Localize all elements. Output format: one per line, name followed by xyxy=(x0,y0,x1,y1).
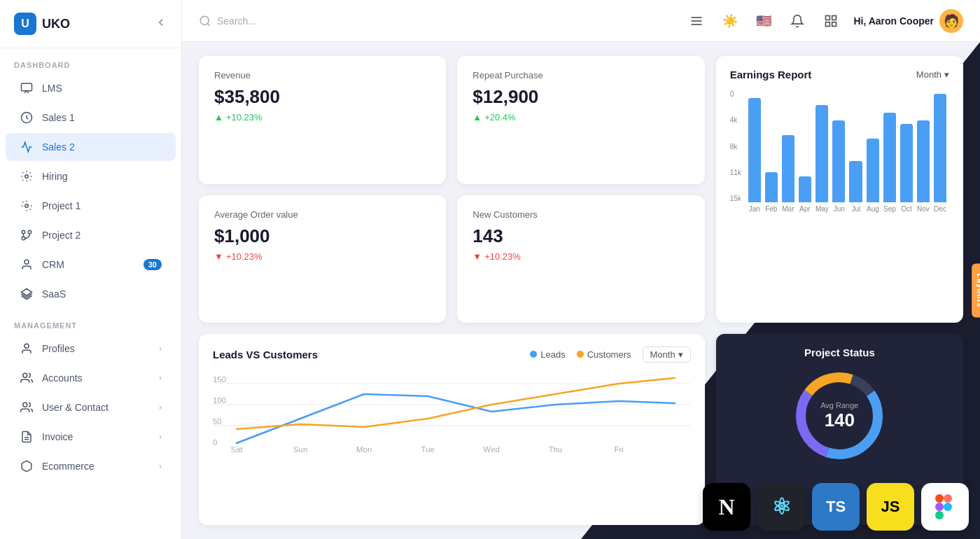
leads-period-selector[interactable]: Month ▾ xyxy=(643,346,691,363)
repeat-change: ▲ +20.4% xyxy=(472,112,689,122)
earnings-period-selector[interactable]: Month ▾ xyxy=(916,69,949,80)
box-icon xyxy=(20,459,34,473)
bar-month-label: Feb xyxy=(765,205,778,213)
new-customers-label: New Customers xyxy=(472,209,689,220)
menu-icon[interactable] xyxy=(685,10,708,32)
typescript-icon[interactable]: TS xyxy=(812,483,860,531)
sidebar-item-project2[interactable]: Project 2 xyxy=(6,221,176,249)
bar xyxy=(917,120,930,202)
new-customers-value: 143 xyxy=(472,225,689,247)
grid-icon[interactable] xyxy=(820,10,842,32)
avg-order-value: $1,000 xyxy=(214,225,430,247)
sidebar-item-project1[interactable]: Project 1 xyxy=(6,192,176,220)
svg-rect-23 xyxy=(832,22,836,26)
sidebar-item-profiles[interactable]: Profiles › xyxy=(6,335,176,363)
sidebar-item-user-contact[interactable]: User & Contact › xyxy=(6,393,176,421)
down-arrow-icon2: ▼ xyxy=(472,251,482,262)
logo: U UKO xyxy=(14,13,70,35)
svg-text:Sun: Sun xyxy=(293,446,307,454)
sidebar-item-accounts[interactable]: Accounts › xyxy=(6,364,176,392)
tech-icons-row: N ⚛ TS JS xyxy=(692,475,980,539)
bar xyxy=(849,161,862,202)
avg-range-label: Avg Range xyxy=(820,401,858,410)
svg-point-8 xyxy=(24,260,29,264)
svg-point-12 xyxy=(23,402,27,407)
up-arrow-icon: ▲ xyxy=(214,112,223,122)
donut-center: Avg Range 140 xyxy=(820,401,858,431)
bar-month-label: Mar xyxy=(782,205,794,213)
customers-dot xyxy=(577,351,584,358)
svg-text:50: 50 xyxy=(213,418,222,426)
bar-group xyxy=(900,124,913,202)
earnings-header: Earnings Report Month ▾ xyxy=(730,69,949,80)
figma-icon[interactable] xyxy=(921,483,969,531)
ecommerce-chevron: › xyxy=(159,461,162,471)
bar-group xyxy=(849,161,862,202)
sidebar: U UKO DASHBOARD LMS Sales 1 xyxy=(0,0,182,539)
svg-text:Fri: Fri xyxy=(615,446,624,454)
bar xyxy=(900,124,913,202)
gear-icon xyxy=(20,169,34,183)
bar-month-label: Jun xyxy=(833,205,846,213)
react-icon[interactable]: ⚛ xyxy=(757,483,805,531)
layouts-tab[interactable]: Layouts xyxy=(972,263,980,317)
bar-group xyxy=(765,172,778,202)
flag-icon[interactable]: 🇺🇸 xyxy=(752,10,775,32)
doc-icon xyxy=(20,430,34,444)
sidebar-item-invoice[interactable]: Invoice › xyxy=(6,423,176,451)
main-area: Search... ☀️ 🇺🇸 Hi, A xyxy=(182,0,980,539)
stat-card-avg-order: Average Order value $1,000 ▼ +10.23% xyxy=(199,195,446,323)
svg-point-11 xyxy=(23,373,27,377)
accounts-chevron: › xyxy=(159,373,162,383)
nextjs-icon[interactable]: N xyxy=(703,483,750,531)
leads-header: Leads VS Customers Leads Customers Month… xyxy=(213,346,691,363)
sidebar-item-sales1[interactable]: Sales 1 xyxy=(6,104,176,132)
svg-rect-0 xyxy=(22,83,32,91)
y-axis-labels: 15k 11k 8k 4k 0 xyxy=(730,90,741,202)
svg-text:Tue: Tue xyxy=(421,446,435,454)
avg-order-label: Average Order value xyxy=(214,209,430,220)
bar xyxy=(748,98,761,202)
leads-legend: Leads Customers xyxy=(530,349,631,360)
collapse-button[interactable] xyxy=(155,16,167,31)
new-customers-change: ▼ +10.23% xyxy=(472,251,689,262)
chevron-down-icon: ▾ xyxy=(944,69,949,80)
sidebar-item-sales2[interactable]: Sales 2 xyxy=(6,133,176,161)
bar-month-label: Jan xyxy=(748,205,761,213)
x-axis-labels: JanFebMarAprMayJunJulAugSepOctNovDec xyxy=(746,202,949,213)
bar xyxy=(782,135,794,202)
sidebar-item-hiring[interactable]: Hiring xyxy=(6,162,176,190)
project-status-title: Project Status xyxy=(804,346,875,358)
sidebar-item-crm[interactable]: CRM 30 xyxy=(6,251,176,279)
svg-rect-44 xyxy=(935,503,944,511)
svg-point-47 xyxy=(944,503,952,511)
svg-rect-45 xyxy=(935,511,944,519)
leads-card: Leads VS Customers Leads Customers Month… xyxy=(199,334,705,525)
avg-range-value: 140 xyxy=(820,410,858,431)
bar xyxy=(816,105,828,202)
svg-rect-21 xyxy=(832,15,836,20)
svg-rect-22 xyxy=(826,22,830,26)
bar-group xyxy=(748,98,761,202)
management-section-label: MANAGEMENT xyxy=(0,309,181,334)
sidebar-item-ecommerce[interactable]: Ecommerce › xyxy=(6,452,176,480)
search-area: Search... xyxy=(199,15,677,27)
line-chart-svg: 150 100 50 0 Sat Sun Mon Tue Wed Thu Fri xyxy=(213,370,691,454)
branch-icon xyxy=(20,228,34,242)
search-placeholder[interactable]: Search... xyxy=(217,15,256,27)
sidebar-item-lms[interactable]: LMS xyxy=(6,74,176,102)
theme-toggle-icon[interactable]: ☀️ xyxy=(719,10,741,32)
profiles-chevron: › xyxy=(159,344,162,354)
notification-icon[interactable] xyxy=(786,10,808,32)
bar-group xyxy=(799,176,811,202)
avg-order-change: ▼ +10.23% xyxy=(214,251,430,262)
svg-point-2 xyxy=(25,175,29,178)
user-avatar[interactable]: Hi, Aaron Cooper 🧑 xyxy=(853,9,963,33)
svg-text:100: 100 xyxy=(213,397,226,405)
crm-icon xyxy=(20,258,34,272)
header-actions: ☀️ 🇺🇸 Hi, Aaron Cooper 🧑 xyxy=(685,9,963,33)
bar-month-label: Nov xyxy=(917,205,930,213)
sidebar-item-saas[interactable]: SaaS xyxy=(6,280,176,308)
javascript-icon[interactable]: JS xyxy=(867,483,914,531)
svg-text:0: 0 xyxy=(213,439,217,447)
